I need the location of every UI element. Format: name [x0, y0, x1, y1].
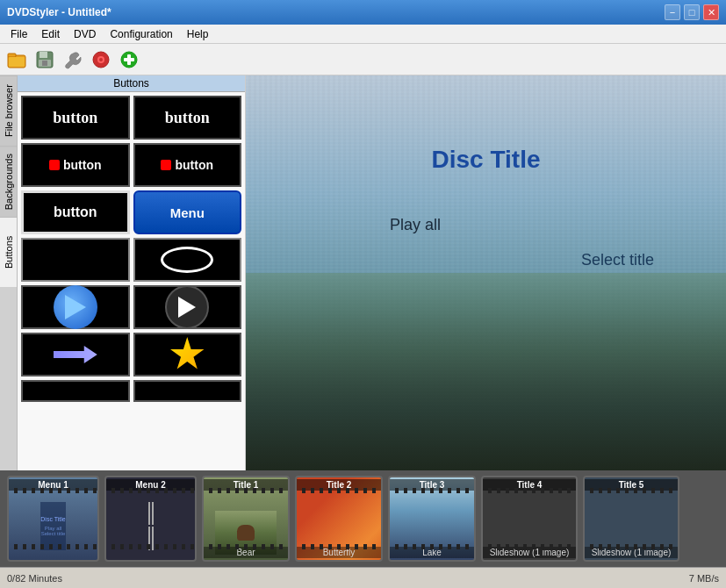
open-button[interactable] — [4, 47, 30, 72]
preview-disc-title: Disc Title — [432, 146, 541, 174]
blue-circle — [54, 285, 97, 329]
preview-play-all[interactable]: Play all — [390, 216, 441, 234]
title1-sublabel: Bear — [204, 547, 288, 558]
svg-rect-12 — [124, 58, 134, 61]
filmstrip-title2[interactable]: Title 2 Butterfly — [295, 476, 383, 562]
main-area: File browser Backgrounds Buttons Buttons… — [0, 75, 726, 470]
maximize-button[interactable]: □ — [684, 4, 700, 20]
menu1-label: Menu 1 — [9, 479, 97, 491]
preview-select-title[interactable]: Select title — [581, 251, 654, 269]
svg-rect-2 — [9, 57, 25, 67]
status-progress: 0/82 Minutes — [7, 573, 62, 584]
lake-content — [390, 477, 474, 560]
blue-arrow-icon — [65, 295, 86, 319]
filmstrip-menu1[interactable]: Menu 1 Disc Title Play all Select title — [7, 476, 99, 562]
title2-label: Title 2 — [297, 479, 381, 491]
title-bar: DVDStyler - Untitled* − □ ✕ — [0, 0, 726, 25]
wrench-icon — [63, 50, 83, 69]
title1-label: Title 1 — [204, 479, 288, 491]
sidebar-item-backgrounds[interactable]: Backgrounds — [0, 146, 17, 217]
sidebar-item-buttons[interactable]: Buttons — [0, 217, 17, 287]
button-item-2[interactable]: button — [133, 96, 242, 140]
menu-file[interactable]: File — [4, 26, 34, 42]
button-item-13[interactable] — [21, 380, 130, 402]
save-icon — [35, 50, 54, 69]
button-item-3[interactable]: button — [21, 143, 130, 187]
title3-label: Title 3 — [390, 479, 474, 491]
filmstrip-title1[interactable]: Title 1 Bear — [202, 476, 290, 562]
save-button[interactable] — [32, 47, 58, 72]
slideshow2-content — [585, 477, 678, 560]
button-item-10[interactable] — [133, 285, 242, 329]
title2-sublabel: Butterfly — [297, 547, 381, 558]
menu-help[interactable]: Help — [180, 26, 216, 42]
panel-header: Buttons — [18, 75, 245, 92]
slideshow1-content — [483, 477, 576, 560]
svg-rect-4 — [40, 52, 47, 58]
left-panel: File browser Backgrounds Buttons Buttons… — [0, 75, 246, 470]
button-item-7[interactable] — [21, 238, 130, 282]
menu1-content: Disc Title Play all Select title — [9, 477, 97, 560]
panel-content: Buttons button button button button — [18, 75, 246, 470]
title4-label: Title 4 — [483, 479, 576, 491]
filmstrip-title3[interactable]: Title 3 Lake — [388, 476, 476, 562]
side-tabs: File browser Backgrounds Buttons — [0, 75, 18, 470]
button-item-4[interactable]: button — [133, 143, 242, 187]
title3-sublabel: Lake — [390, 547, 474, 558]
menu2-label: Menu 2 — [106, 479, 195, 491]
minimize-button[interactable]: − — [665, 4, 680, 20]
red-dot-icon — [49, 160, 60, 170]
window-controls: − □ ✕ — [665, 4, 719, 20]
settings-button[interactable] — [60, 47, 86, 72]
folder-icon — [7, 50, 26, 69]
filmstrip-title4[interactable]: Title 4 Slideshow (1 image) — [481, 476, 578, 562]
buttons-grid: button button button button button — [18, 92, 245, 470]
dark-circle — [165, 285, 209, 329]
add-button[interactable] — [116, 47, 142, 72]
button-item-6[interactable]: Menu — [133, 190, 242, 234]
button-item-11[interactable] — [21, 333, 130, 376]
button-item-9[interactable] — [21, 285, 130, 329]
burn-button[interactable] — [88, 47, 114, 72]
button-item-8[interactable] — [133, 238, 242, 282]
filmstrip-menu2[interactable]: Menu 2 — [104, 476, 197, 562]
title4-sublabel: Slideshow (1 image) — [483, 547, 576, 558]
sidebar-item-file-browser[interactable]: File browser — [0, 75, 17, 146]
title5-sublabel: Slideshow (1 image) — [585, 547, 678, 558]
menu2-content — [106, 477, 195, 560]
purple-arrow-icon — [54, 346, 97, 363]
add-icon — [119, 50, 139, 69]
preview-landscape — [246, 273, 726, 470]
butterfly-content — [297, 477, 381, 560]
toolbar — [0, 44, 726, 75]
close-button[interactable]: ✕ — [703, 4, 719, 20]
preview-area[interactable]: Disc Title Play all Select title — [246, 75, 726, 470]
menu-configuration[interactable]: Configuration — [103, 26, 179, 42]
star-icon — [169, 337, 205, 372]
svg-rect-6 — [42, 61, 47, 66]
button-item-1[interactable]: button — [21, 96, 130, 140]
red-dot-icon-2 — [161, 160, 171, 170]
status-bar: 0/82 Minutes 7 MB/s — [0, 567, 726, 588]
svg-point-9 — [99, 58, 103, 61]
window-title: DVDStyler - Untitled* — [7, 6, 111, 18]
filmstrip: Menu 1 Disc Title Play all Select title … — [0, 470, 726, 567]
dark-arrow-icon — [178, 297, 196, 318]
button-item-14[interactable] — [133, 380, 242, 402]
button-item-5[interactable]: button — [21, 190, 130, 234]
bear-content — [204, 477, 288, 560]
menu-dvd[interactable]: DVD — [67, 26, 103, 42]
title5-label: Title 5 — [585, 479, 678, 491]
oval-shape — [161, 247, 213, 273]
status-size: 7 MB/s — [689, 573, 719, 584]
burn-icon — [91, 50, 111, 69]
filmstrip-title5[interactable]: Title 5 Slideshow (1 image) — [583, 476, 679, 562]
svg-rect-1 — [8, 54, 16, 57]
button-item-12[interactable] — [133, 333, 242, 376]
menu-bar: File Edit DVD Configuration Help — [0, 25, 726, 44]
menu-edit[interactable]: Edit — [34, 26, 67, 42]
